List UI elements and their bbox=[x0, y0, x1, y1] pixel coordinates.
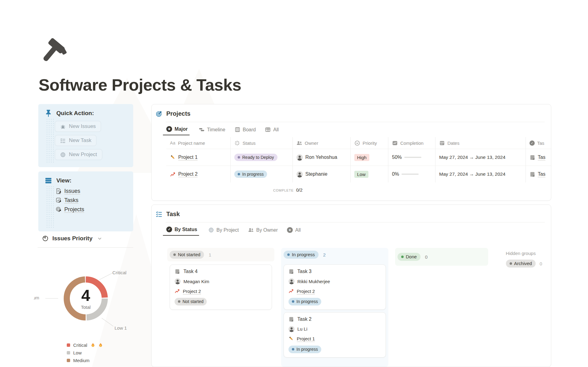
column-header-project-name[interactable]: Aa Project name bbox=[166, 137, 231, 149]
checklist-icon bbox=[60, 138, 66, 144]
group-badge[interactable]: Not started bbox=[170, 251, 204, 259]
group-badge[interactable]: Done bbox=[398, 253, 420, 261]
task-card-task4[interactable]: Task 4 Meagan Kim Project 2 Not started bbox=[170, 264, 272, 310]
priority-badge: High bbox=[354, 154, 369, 161]
task-card-task3[interactable]: Task 3 Rikki Mukherjee Project 2 In prog… bbox=[284, 264, 386, 310]
project-link[interactable]: Project 2 bbox=[178, 171, 198, 177]
task-project-link[interactable]: Project 2 bbox=[183, 289, 201, 294]
pie-chart-icon bbox=[42, 235, 49, 242]
priority-cell: High bbox=[351, 149, 388, 166]
target-icon bbox=[156, 110, 163, 117]
sidebar-link-issues[interactable]: Issues bbox=[55, 188, 80, 194]
tab-by-owner[interactable]: By Owner bbox=[248, 227, 278, 236]
table-row: Project 2 In progress Stephanie Low 0% bbox=[166, 166, 551, 182]
task-link[interactable]: Tas bbox=[538, 155, 545, 160]
dates-cell[interactable]: May 27, 2024 → June 13, 2024 bbox=[435, 149, 526, 166]
hammer-icon[interactable] bbox=[38, 36, 67, 66]
table-footer-aggregate[interactable]: COMPLETE 0/2 bbox=[273, 187, 551, 193]
star-circle-icon: ★ bbox=[287, 227, 293, 233]
chevron-down-icon[interactable] bbox=[97, 236, 102, 241]
tab-board-label: Board bbox=[243, 127, 256, 133]
task-card-task2[interactable]: Task 2 Lu Li Project 1 In progress bbox=[284, 312, 386, 358]
new-issues-button[interactable]: New Issues bbox=[55, 121, 101, 132]
priority-cell: Low bbox=[351, 166, 388, 182]
column-header-owner[interactable]: Owner bbox=[293, 137, 351, 149]
dotted-texture bbox=[46, 185, 55, 228]
tasks-cell[interactable]: Tas bbox=[526, 166, 551, 182]
completion-value: 50% bbox=[392, 155, 402, 160]
projects-view-tabs: ★ Major Timeline Board All bbox=[166, 126, 545, 135]
kanban-column-done: Done 0 bbox=[395, 248, 488, 266]
page-icon bbox=[288, 269, 294, 274]
document-arrow-icon bbox=[55, 188, 62, 194]
column-header-priority[interactable]: Priority bbox=[351, 137, 388, 149]
column-header-dates[interactable]: Dates bbox=[435, 137, 526, 149]
issues-priority-chart: 4 Total Critical Low 1 Medium Critical L… bbox=[34, 263, 136, 367]
project-name-cell[interactable]: Project 1 bbox=[166, 149, 231, 166]
new-project-button[interactable]: New Project bbox=[55, 149, 102, 160]
fire-icon bbox=[99, 343, 103, 347]
chart-legend: Critical Low Medium bbox=[67, 343, 103, 363]
column-header-status[interactable]: Status bbox=[231, 137, 293, 149]
project-link[interactable]: Project 1 bbox=[178, 155, 198, 160]
completion-cell: 0% bbox=[388, 166, 435, 182]
issues-priority-toggle[interactable]: Issues Priority bbox=[42, 235, 102, 242]
tab-by-status[interactable]: ✓ By Status bbox=[163, 227, 199, 236]
group-header-in-progress[interactable]: In progress 2 bbox=[281, 248, 388, 261]
target-icon bbox=[208, 227, 214, 233]
tab-all[interactable]: All bbox=[265, 127, 279, 135]
group-header-done[interactable]: Done 0 bbox=[395, 248, 488, 266]
task-title: Task 4 bbox=[183, 269, 198, 274]
view-callout: View: Issues Tasks Projects bbox=[38, 171, 133, 231]
tab-all-label: All bbox=[295, 227, 301, 233]
dotted-texture bbox=[46, 118, 55, 163]
group-count: 2 bbox=[323, 252, 326, 257]
kanban-column-not-started: Not started 1 Task 4 Meagan Kim bbox=[167, 248, 274, 310]
completion-cell: 50% bbox=[388, 149, 435, 166]
avatar bbox=[288, 326, 295, 332]
tab-timeline[interactable]: Timeline bbox=[199, 127, 225, 135]
status-cell: Ready to Deploy bbox=[231, 149, 293, 166]
table-row: Project 1 Ready to Deploy Ron Yehoshua H… bbox=[166, 149, 551, 166]
chart-increasing-icon bbox=[288, 288, 294, 294]
menu-icon bbox=[44, 177, 52, 185]
tab-by-status-label: By Status bbox=[175, 227, 197, 232]
dates-cell[interactable]: May 27, 2024 → June 13, 2024 bbox=[435, 166, 526, 182]
sidebar-link-projects[interactable]: Projects bbox=[55, 206, 84, 213]
column-header-tasks[interactable]: ✓ Tas bbox=[526, 137, 551, 149]
sidebar-link-tasks[interactable]: Tasks bbox=[55, 197, 78, 204]
legend-item-low: Low bbox=[67, 350, 103, 355]
table-header-row: Aa Project name Status Owner Priority bbox=[166, 137, 551, 149]
projects-table: Aa Project name Status Owner Priority bbox=[166, 137, 551, 193]
progress-bar bbox=[404, 157, 421, 158]
status-badge: Not started bbox=[175, 298, 207, 305]
page-title: Software Projects & Tasks bbox=[39, 75, 241, 94]
project-name-cell[interactable]: Project 2 bbox=[166, 166, 231, 182]
status-badge: In progress bbox=[288, 298, 321, 305]
page-icon bbox=[175, 269, 180, 274]
tab-all[interactable]: ★ All bbox=[287, 227, 301, 236]
group-badge[interactable]: In progress bbox=[284, 251, 318, 259]
tab-by-project[interactable]: By Project bbox=[208, 227, 239, 236]
column-header-completion[interactable]: Completion bbox=[388, 137, 435, 149]
archived-group-badge[interactable]: Archived bbox=[506, 260, 536, 268]
owner-name: Ron Yehoshua bbox=[305, 155, 337, 160]
tab-board[interactable]: Board bbox=[235, 127, 256, 135]
task-owner: Meagan Kim bbox=[183, 279, 209, 284]
page-icon bbox=[288, 316, 294, 322]
legend-item-critical: Critical bbox=[67, 343, 103, 348]
page-icon bbox=[530, 155, 535, 160]
complete-label: COMPLETE bbox=[273, 189, 294, 192]
page: Software Projects & Tasks Quick Action: … bbox=[0, 0, 588, 367]
task-arrow-icon bbox=[55, 197, 62, 204]
date-range: May 27, 2024 → June 13, 2024 bbox=[439, 155, 505, 160]
status-badge: Ready to Deploy bbox=[234, 154, 277, 161]
tab-major[interactable]: ★ Major bbox=[163, 126, 190, 135]
task-project-link[interactable]: Project 2 bbox=[297, 289, 315, 294]
task-project-link[interactable]: Project 1 bbox=[297, 336, 315, 341]
task-link[interactable]: Tas bbox=[538, 171, 545, 177]
new-task-button[interactable]: New Task bbox=[55, 135, 96, 146]
tasks-cell[interactable]: Tas bbox=[526, 149, 551, 166]
group-header-not-started[interactable]: Not started 1 bbox=[167, 248, 274, 261]
archived-count: 0 bbox=[540, 261, 542, 266]
